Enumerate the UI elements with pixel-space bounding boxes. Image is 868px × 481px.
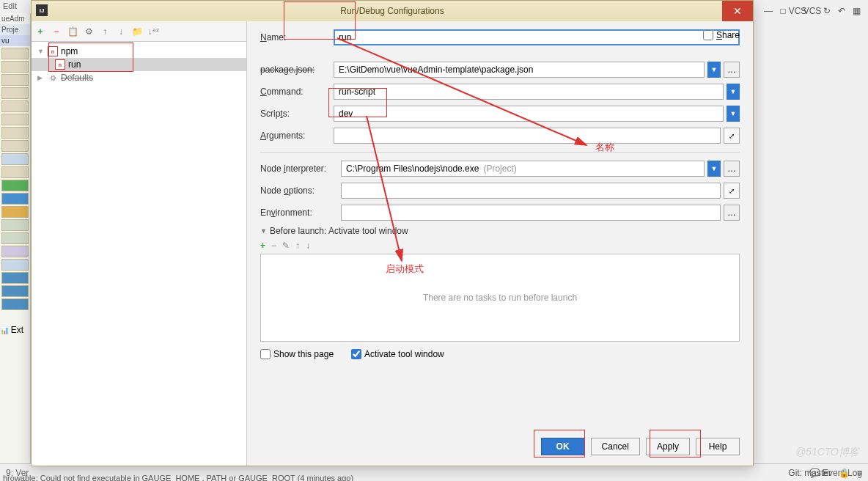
before-launch-header[interactable]: ▼ Before launch: Activate tool window: [260, 226, 740, 236]
apply-button[interactable]: Apply: [646, 438, 690, 455]
project-tab[interactable]: Proje: [0, 24, 30, 35]
minimize-icon[interactable]: —: [762, 5, 774, 17]
ext-label[interactable]: 📊 Ext: [0, 325, 30, 335]
collapse-icon[interactable]: ▼: [260, 227, 267, 235]
file-item[interactable]: [1, 193, 29, 205]
folder-item[interactable]: [1, 100, 29, 112]
dialog-titlebar[interactable]: IJ Run/Debug Configurations ✕: [32, 1, 753, 21]
browse-button[interactable]: …: [724, 205, 740, 221]
add-config-icon[interactable]: +: [34, 26, 46, 37]
arguments-input[interactable]: [334, 128, 721, 144]
dropdown-arrow-icon[interactable]: ▼: [707, 62, 721, 78]
file-item[interactable]: [1, 272, 29, 284]
git-branch[interactable]: Git: master: [788, 468, 831, 478]
remove-config-icon[interactable]: −: [51, 26, 62, 37]
npm-icon: n: [48, 46, 58, 56]
more-icon[interactable]: ≡: [857, 468, 862, 478]
scripts-dropdown[interactable]: dev: [334, 106, 724, 122]
back-icon[interactable]: ↶: [836, 5, 847, 17]
watermark: @51CTO博客: [795, 446, 859, 459]
empty-tasks-text: There are no tasks to run before launch: [423, 293, 577, 303]
settings-config-icon[interactable]: ⚙: [83, 26, 95, 37]
cancel-button[interactable]: Cancel: [591, 438, 640, 455]
before-launch-list[interactable]: There are no tasks to run before launch: [260, 254, 740, 342]
file-item[interactable]: [1, 219, 29, 231]
tree-npm[interactable]: ▼ n npm: [32, 45, 246, 58]
expand-icon[interactable]: ⤢: [724, 128, 740, 144]
command-dropdown[interactable]: run-script: [334, 84, 724, 100]
file-item[interactable]: [1, 285, 29, 297]
expand-icon[interactable]: ⤢: [724, 183, 740, 199]
sort-icon[interactable]: ↓ᵃᶻ: [147, 26, 159, 37]
config-tree[interactable]: ▼ n npm n run ▶ ⚙ Defaults: [32, 42, 246, 466]
lock-icon[interactable]: 🔒: [839, 468, 850, 478]
tree-run[interactable]: n run: [32, 58, 246, 71]
move-down-icon[interactable]: ↓: [306, 240, 310, 251]
node-interpreter-dropdown[interactable]: C:\Program Files\nodejs\node.exe(Project…: [341, 161, 705, 177]
activate-checkbox[interactable]: [351, 349, 361, 359]
ok-button[interactable]: OK: [541, 438, 585, 455]
folder-item[interactable]: [1, 61, 29, 73]
maximize-icon[interactable]: □: [777, 5, 789, 17]
move-down-icon[interactable]: ↓: [115, 26, 127, 37]
file-item[interactable]: [1, 180, 29, 191]
browse-button[interactable]: …: [724, 62, 740, 78]
copy-config-icon[interactable]: 📋: [67, 26, 78, 37]
tree-defaults-label: Defaults: [61, 73, 93, 83]
error-throwable: hrowable: Could not find executable in G…: [0, 474, 353, 481]
file-item[interactable]: [1, 298, 29, 310]
share-checkbox-row[interactable]: SSharehare: [703, 30, 740, 40]
environment-input[interactable]: [341, 205, 721, 221]
tree-defaults[interactable]: ▶ ⚙ Defaults: [32, 71, 246, 84]
settings-icon[interactable]: ▦: [850, 5, 862, 17]
admin-label: ueAdm: [0, 13, 30, 24]
edit-task-icon[interactable]: ✎: [282, 240, 290, 251]
file-item[interactable]: [1, 232, 29, 244]
file-item[interactable]: [1, 153, 29, 165]
node-options-input[interactable]: [341, 183, 721, 199]
share-label: SSharehare: [716, 30, 740, 40]
dropdown-arrow-icon[interactable]: ▼: [727, 106, 740, 122]
chevron-down-icon[interactable]: ▼: [37, 48, 45, 55]
dropdown-arrow-icon[interactable]: ▼: [707, 161, 721, 177]
file-item[interactable]: [1, 166, 29, 178]
environment-label: Environment:: [260, 208, 341, 218]
file-item[interactable]: [1, 246, 29, 257]
package-label: package.json:: [260, 65, 334, 75]
chevron-right-icon[interactable]: ▶: [37, 74, 45, 81]
share-checkbox[interactable]: [703, 30, 713, 40]
package-dropdown[interactable]: E:\GitDemo\vue\vueAdmin-template\package…: [334, 62, 705, 78]
activate-checkbox-row[interactable]: Activate tool window: [351, 349, 444, 359]
tree-npm-label: npm: [61, 46, 78, 56]
folder-item[interactable]: [1, 114, 29, 125]
help-button[interactable]: Help: [696, 438, 740, 455]
vu-label[interactable]: vu: [0, 35, 30, 46]
vcs2-icon[interactable]: VCS: [806, 5, 818, 17]
dropdown-arrow-icon[interactable]: ▼: [727, 84, 740, 100]
file-item[interactable]: [1, 259, 29, 271]
browse-button[interactable]: …: [724, 161, 740, 177]
close-button[interactable]: ✕: [722, 1, 753, 21]
show-page-checkbox-row[interactable]: Show this page: [260, 349, 334, 359]
move-up-icon[interactable]: ↑: [99, 26, 111, 37]
move-up-icon[interactable]: ↑: [295, 240, 300, 251]
name-label: Name:: [260, 32, 334, 43]
folder-item[interactable]: [1, 48, 29, 59]
vcs-icon[interactable]: VCS: [792, 5, 803, 17]
folder-item[interactable]: [1, 74, 29, 86]
show-page-checkbox[interactable]: [260, 349, 271, 359]
add-task-icon[interactable]: +: [260, 240, 265, 251]
gear-icon: ⚙: [48, 73, 58, 83]
refresh-icon[interactable]: ↻: [821, 5, 833, 17]
node-interpreter-label: Node interpreter:: [260, 164, 341, 174]
npm-icon: n: [55, 59, 65, 70]
name-input[interactable]: [334, 29, 740, 45]
folder-item[interactable]: [1, 140, 29, 152]
folder-item[interactable]: [1, 87, 29, 99]
folder-icon[interactable]: 📁: [131, 26, 143, 37]
node-options-label: Node options:: [260, 186, 341, 196]
folder-item[interactable]: [1, 127, 29, 139]
menu-edit[interactable]: Edit: [0, 1, 17, 10]
remove-task-icon[interactable]: −: [271, 240, 276, 251]
file-item[interactable]: [1, 206, 29, 218]
